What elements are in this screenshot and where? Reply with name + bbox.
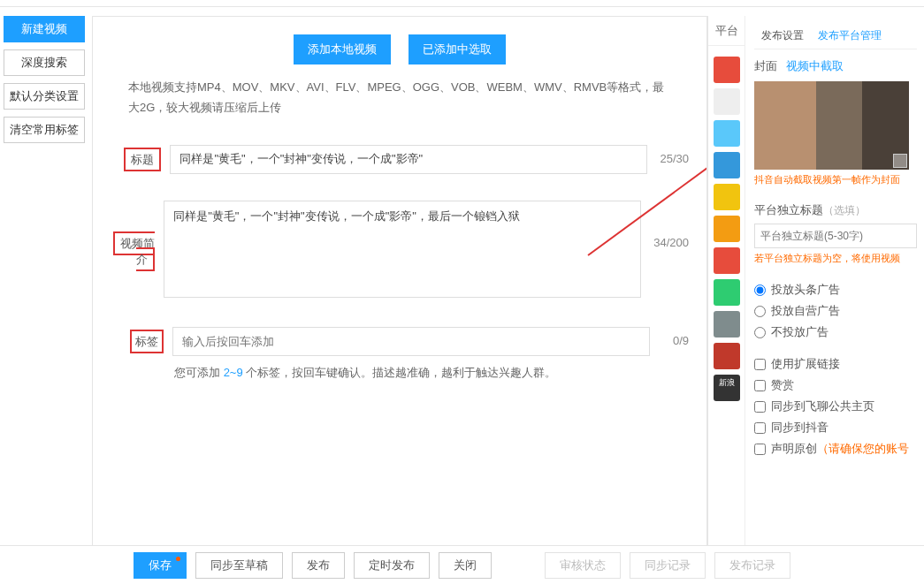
chk-original[interactable]: 声明原创（请确保您的账号 [754,441,917,457]
default-category-button[interactable]: 默认分类设置 [4,83,85,110]
ind-title-input[interactable] [754,224,917,248]
cover-thumbnail[interactable] [754,81,909,170]
left-sidebar: 新建视频 深度搜索 默认分类设置 清空常用标签 [0,7,88,546]
tag-count: 0/9 [673,327,689,347]
platform-icon[interactable] [714,311,740,338]
platform-icon[interactable] [714,152,740,178]
tag-tip: 您可添加 2~9 个标签，按回车键确认。描述越准确，越利于触达兴趣人群。 [172,365,661,381]
cover-note: 抖音自动截取视频第一帧作为封面 [754,173,917,186]
deep-search-button[interactable]: 深度搜索 [4,49,85,76]
chk-sync-douyin[interactable]: 同步到抖音 [754,420,917,436]
platform-icon[interactable] [714,279,740,306]
upload-hint: 本地视频支持MP4、MOV、MKV、AVI、FLV、MPEG、OGG、VOB、W… [111,77,689,118]
radio-no-ad[interactable]: 不投放广告 [754,324,917,340]
title-input[interactable] [170,145,647,174]
tag-input[interactable] [172,327,650,356]
platform-icon[interactable] [714,216,740,242]
tab-my-video[interactable]: 我的视频 [72,0,118,6]
publish-button[interactable]: 发布 [292,552,345,579]
radio-headline-ad[interactable]: 投放头条广告 [754,282,917,298]
title-label: 标题 [124,148,161,171]
footer-bar: 保存 同步至草稿 发布 定时发布 关闭 审核状态 同步记录 发布记录 [0,545,924,584]
title-count: 25/30 [660,145,689,165]
tab-platform-manage[interactable]: 发布平台管理 [811,23,889,49]
tab-post-video[interactable]: 发视频 [11,0,45,6]
platform-icon[interactable] [714,120,740,147]
chk-reward[interactable]: 赞赏 [754,377,917,393]
ad-radios: 投放头条广告 投放自营广告 不投放广告 [754,282,917,340]
chk-ext-link[interactable]: 使用扩展链接 [754,356,917,372]
save-button[interactable]: 保存 [134,552,187,579]
select-added-button[interactable]: 已添加中选取 [409,34,506,64]
clear-tags-button[interactable]: 清空常用标签 [4,117,85,143]
platform-icon[interactable] [714,184,740,210]
platform-icon[interactable] [714,88,740,115]
desc-textarea[interactable]: 同样是"黄毛"，一个"封神"变传说，一个成"影帝"，最后一个锒铛入狱 [164,201,641,298]
main-panel: 添加本地视频 已添加中选取 本地视频支持MP4、MOV、MKV、AVI、FLV、… [92,16,707,546]
platform-icon[interactable]: 新浪 [714,375,740,401]
ind-title-label: 平台独立标题 [754,203,823,216]
sync-draft-button[interactable]: 同步至草稿 [195,552,283,579]
tag-label: 标签 [130,330,164,353]
platform-list: 新浪 [708,46,745,401]
platform-icon[interactable] [714,247,740,274]
platform-icon[interactable] [714,343,740,369]
desc-label: 视频简介 [113,231,155,271]
top-tabs: 发视频 我的视频 [0,0,924,7]
close-button[interactable]: 关闭 [439,552,492,579]
desc-count: 34/200 [653,201,689,249]
cover-label: 封面 [754,59,777,72]
new-video-button[interactable]: 新建视频 [4,16,85,42]
radio-self-ad[interactable]: 投放自营广告 [754,303,917,319]
sync-log-button[interactable]: 同步记录 [630,552,706,579]
ind-title-note: 若平台独立标题为空，将使用视频 [754,252,917,265]
add-local-video-button[interactable]: 添加本地视频 [294,34,391,64]
chk-sync-feiliao[interactable]: 同步到飞聊公共主页 [754,398,917,414]
cover-from-video-link[interactable]: 视频中截取 [786,59,844,72]
publish-log-button[interactable]: 发布记录 [714,552,790,579]
platform-icon[interactable] [714,57,740,83]
options-checks: 使用扩展链接 赞赏 同步到飞聊公共主页 同步到抖音 声明原创（请确保您的账号 [754,356,917,457]
schedule-button[interactable]: 定时发布 [354,552,430,579]
platform-tab[interactable]: 平台 [708,16,745,46]
right-panel: 平台 新浪 发布设置 发布平台管理 封面 视频中截 [707,16,924,546]
tab-publish-settings[interactable]: 发布设置 [754,23,811,49]
review-status-button[interactable]: 审核状态 [545,552,621,579]
